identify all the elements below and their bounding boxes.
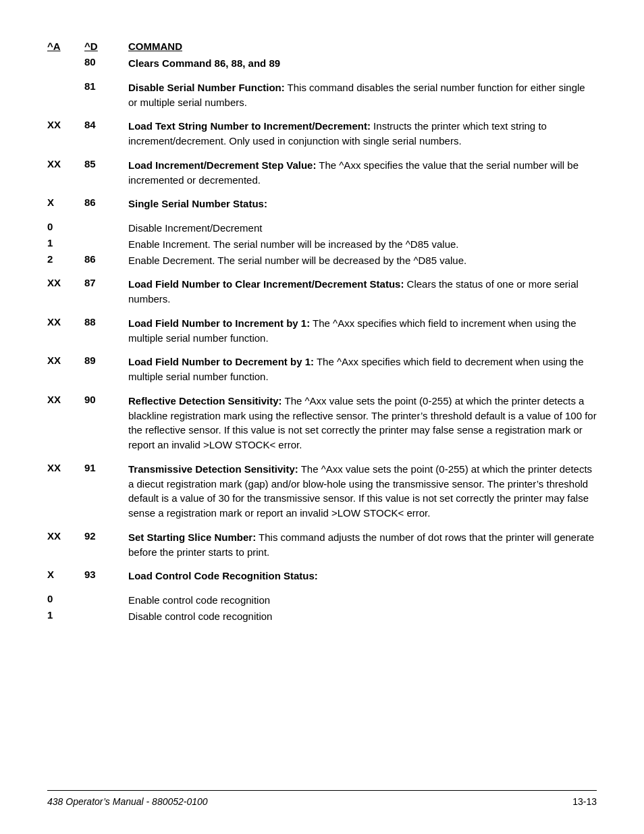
table-row: 80 Clears Command 86, 88, and 89	[47, 56, 597, 71]
entry-text: Single Serial Number Status:	[128, 197, 597, 211]
entry-text: Reflective Detection Sensitivity: The ^A…	[128, 394, 597, 452]
sub-entry-col-a: 1	[47, 609, 84, 621]
sub-entry-col-a: 1	[47, 237, 84, 249]
entry-text: Load Field Number to Decrement by 1: The…	[128, 355, 597, 384]
entry-col-d: 93	[84, 569, 128, 580]
entry-bold: Transmissive Detection Sensitivity:	[128, 463, 298, 475]
footer-right: 13-13	[572, 796, 597, 807]
entry-text: Load Control Code Recognition Status:	[128, 569, 597, 583]
entry-col-d: 84	[84, 119, 128, 130]
sub-entry-text: Enable Increment. The serial number will…	[128, 237, 597, 252]
entry-col-d: 86	[84, 197, 128, 208]
table-row: XX 92 Set Starting Slice Number: This co…	[47, 530, 597, 560]
header-col-a: ^A	[47, 41, 84, 52]
header-col-d: ^D	[84, 41, 128, 52]
page-footer: 438 Operator’s Manual - 880052-0100 13-1…	[47, 790, 597, 807]
table-row: XX 85 Load Increment/Decrement Step Valu…	[47, 158, 597, 188]
entry-col-a: XX	[47, 158, 84, 170]
entry-text: Disable Serial Number Function: This com…	[128, 80, 597, 110]
entry-bold: Reflective Detection Sensitivity:	[128, 395, 282, 407]
table-row: 81 Disable Serial Number Function: This …	[47, 80, 597, 110]
entry-text: Load Field Number to Increment by 1: The…	[128, 316, 597, 346]
table-row: 2 86 Enable Decrement. The serial number…	[47, 253, 597, 268]
sub-entry: 1 Disable control code recognition	[47, 609, 597, 624]
entry-text: Enable Decrement. The serial number will…	[128, 253, 597, 268]
entry-col-d: 92	[84, 530, 128, 542]
header-col-cmd: COMMAND	[128, 41, 597, 52]
entry-col-d: 87	[84, 277, 128, 288]
entry-bold: Load Field Number to Decrement by 1:	[128, 356, 314, 367]
table-row: XX 91 Transmissive Detection Sensitivity…	[47, 462, 597, 521]
entries-container: 80 Clears Command 86, 88, and 89 81 Disa…	[47, 56, 597, 624]
entry-text: Load Text String Number to Increment/Dec…	[128, 119, 597, 149]
entry-col-d: 81	[84, 80, 128, 92]
sub-entry-col-a: 0	[47, 593, 84, 604]
table-row: X 93 Load Control Code Recognition Statu…	[47, 569, 597, 583]
entry-text: Transmissive Detection Sensitivity: The …	[128, 462, 597, 521]
entry-col-a: X	[47, 197, 84, 208]
table-row: XX 90 Reflective Detection Sensitivity: …	[47, 394, 597, 452]
entry-bold: Set Starting Slice Number:	[128, 531, 256, 543]
entry-text: Load Field Number to Clear Increment/Dec…	[128, 277, 597, 307]
sub-entry: 1 Enable Increment. The serial number wi…	[47, 237, 597, 252]
table-row: XX 89 Load Field Number to Decrement by …	[47, 355, 597, 384]
sub-entry-col-a: 0	[47, 221, 84, 232]
entry-col-a: XX	[47, 530, 84, 542]
sub-entry: 0 Enable control code recognition	[47, 593, 597, 608]
entry-col-d: 80	[84, 56, 128, 68]
table-header: ^A ^D COMMAND	[47, 41, 597, 52]
footer-left: 438 Operator’s Manual - 880052-0100	[47, 796, 208, 807]
sub-entry-text: Disable Increment/Decrement	[128, 221, 597, 236]
entry-text: Load Increment/Decrement Step Value: The…	[128, 158, 597, 188]
entry-col-a: XX	[47, 277, 84, 288]
entry-col-d: 90	[84, 394, 128, 405]
entry-text: Clears Command 86, 88, and 89	[128, 56, 597, 71]
entry-col-a: XX	[47, 119, 84, 130]
entry-col-a: X	[47, 569, 84, 580]
entry-col-d: 86	[84, 253, 128, 265]
entry-bold: Load Increment/Decrement Step Value:	[128, 159, 316, 171]
entry-text: Set Starting Slice Number: This command …	[128, 530, 597, 560]
table-row: XX 87 Load Field Number to Clear Increme…	[47, 277, 597, 307]
entry-bold: Load Field Number to Clear Increment/Dec…	[128, 278, 404, 290]
table-row: XX 88 Load Field Number to Increment by …	[47, 316, 597, 346]
entry-bold: Disable Serial Number Function:	[128, 82, 285, 93]
entry-col-a: XX	[47, 316, 84, 328]
sub-entry: 0 Disable Increment/Decrement	[47, 221, 597, 236]
table-row: XX 84 Load Text String Number to Increme…	[47, 119, 597, 149]
entry-bold: Load Control Code Recognition Status:	[128, 570, 318, 581]
entry-col-a: XX	[47, 355, 84, 366]
page-content: ^A ^D COMMAND 80 Clears Command 86, 88, …	[47, 41, 597, 624]
sub-entry-text: Enable control code recognition	[128, 593, 597, 608]
entry-col-d: 85	[84, 158, 128, 170]
entry-bold: Load Field Number to Increment by 1:	[128, 317, 310, 329]
entry-col-d: 88	[84, 316, 128, 328]
entry-col-d: 91	[84, 462, 128, 473]
entry-col-d: 89	[84, 355, 128, 366]
entry-bold: Single Serial Number Status:	[128, 198, 267, 209]
entry-col-a: XX	[47, 462, 84, 473]
entry-bold: Clears Command 86, 88, and 89	[128, 57, 280, 69]
entry-bold: Load Text String Number to Increment/Dec…	[128, 120, 371, 132]
table-row: X 86 Single Serial Number Status:	[47, 197, 597, 211]
entry-col-a: 2	[47, 253, 84, 265]
sub-entry-text: Disable control code recognition	[128, 609, 597, 624]
entry-col-a: XX	[47, 394, 84, 405]
